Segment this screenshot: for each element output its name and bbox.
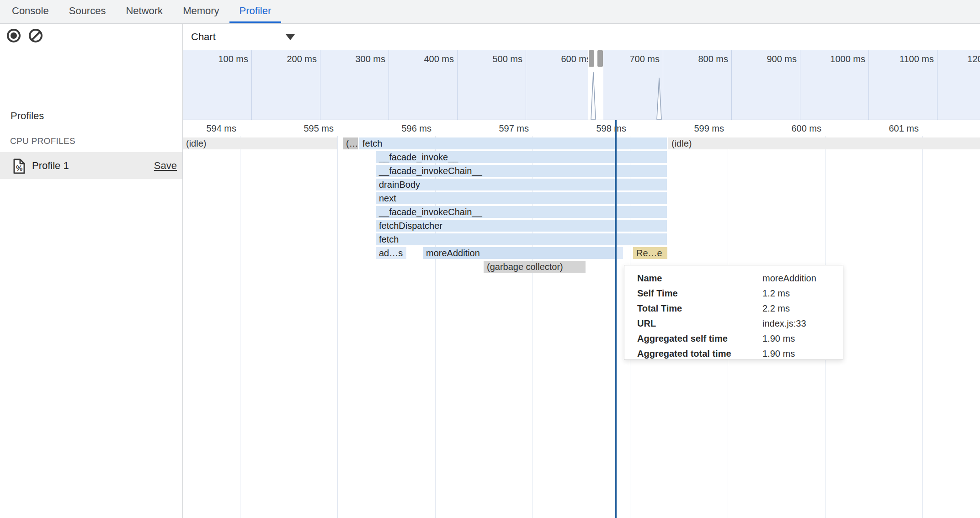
tooltip-value: moreAddition: [762, 271, 816, 286]
profiles-sidebar: Profiles CPU PROFILES % Profile 1 Save: [0, 50, 182, 518]
flame-bar-fetch-dispatcher[interactable]: fetchDispatcher: [376, 220, 667, 232]
tooltip-row: Total Time 2.2 ms: [624, 301, 843, 316]
clear-icon[interactable]: [29, 29, 43, 42]
profile-list-item[interactable]: % Profile 1 Save: [0, 152, 182, 179]
current-time-marker: [615, 120, 617, 518]
tooltip-label: Name: [624, 271, 762, 286]
chart-view-select-value: Chart: [191, 31, 216, 42]
flame-tick-label: 599 ms: [665, 123, 724, 134]
flame-bar-facade-invoke[interactable]: __facade_invoke__: [376, 151, 667, 163]
flame-bar-idle[interactable]: (idle): [183, 137, 337, 149]
flame-tick-label: 596 ms: [372, 123, 431, 134]
flame-bar-response[interactable]: Re…e: [633, 247, 667, 259]
cpu-profiles-section-label: CPU PROFILES: [10, 136, 75, 146]
flame-bar-small[interactable]: [617, 247, 623, 259]
tooltip-row: Self Time 1.2 ms: [624, 286, 843, 301]
flame-bar-more-addition[interactable]: moreAddition: [423, 247, 616, 259]
tooltip-label: URL: [624, 316, 762, 331]
flame-bar-facade-invoke-chain[interactable]: __facade_invokeChain__: [376, 206, 667, 218]
svg-text:%: %: [16, 164, 22, 172]
tooltip-value: 2.2 ms: [762, 301, 790, 316]
flame-bar-next[interactable]: next: [376, 192, 667, 204]
profiler-toolbar: Chart: [0, 24, 980, 50]
tooltip-label: Total Time: [624, 301, 762, 316]
tab-memory[interactable]: Memory: [173, 0, 229, 23]
flame-tick-label: 598 ms: [567, 123, 626, 134]
tooltip-row: URL index.js:33: [624, 316, 843, 331]
profile-name: Profile 1: [32, 152, 69, 179]
flame-tick-label: 601 ms: [859, 123, 919, 134]
flame-gridline: [240, 136, 240, 518]
flame-bar-idle[interactable]: (idle): [668, 137, 980, 149]
chart-view-select[interactable]: Chart: [191, 24, 305, 50]
chevron-down-icon: [286, 34, 295, 40]
frame-details-tooltip: Name moreAddition Self Time 1.2 ms Total…: [624, 265, 843, 360]
flame-bar-additions[interactable]: ad…s: [376, 247, 406, 259]
tab-profiler[interactable]: Profiler: [229, 0, 282, 23]
flame-gridline: [922, 136, 923, 518]
flame-bar-garbage-collector[interactable]: (garbage collector): [484, 261, 586, 273]
tooltip-value: 1.2 ms: [762, 286, 790, 301]
devtools-tab-bar: Console Sources Network Memory Profiler: [0, 0, 980, 24]
flame-bar-drain-body[interactable]: drainBody: [376, 179, 667, 190]
tab-sources[interactable]: Sources: [59, 0, 116, 23]
tooltip-row: Aggregated self time 1.90 ms: [624, 331, 843, 346]
cpu-activity-spike: [591, 72, 596, 119]
flame-tick-label: 597 ms: [469, 123, 529, 134]
cpu-activity-spike: [657, 78, 661, 119]
flame-bar-program[interactable]: (…: [343, 137, 358, 149]
tooltip-row: Name moreAddition: [624, 271, 843, 286]
flame-bar-facade-invoke-chain[interactable]: __facade_invokeChain__: [376, 165, 667, 177]
flame-bar-fetch[interactable]: fetch: [359, 137, 667, 149]
tooltip-label: Aggregated total time: [624, 346, 762, 361]
cpu-activity-chart: [183, 50, 980, 120]
flame-bar-fetch[interactable]: fetch: [376, 233, 667, 245]
profile-document-icon: %: [13, 159, 26, 176]
flame-chart[interactable]: 594 ms 595 ms 596 ms 597 ms 598 ms 599 m…: [183, 120, 980, 518]
flame-gridline: [337, 136, 338, 518]
flame-tick-label: 594 ms: [183, 123, 236, 134]
tab-network[interactable]: Network: [116, 0, 173, 23]
tooltip-value: 1.90 ms: [762, 331, 795, 346]
record-icon[interactable]: [7, 29, 21, 42]
tooltip-row: Aggregated total time 1.90 ms: [624, 346, 843, 361]
flame-tick-label: 595 ms: [274, 123, 334, 134]
tooltip-value: 1.90 ms: [762, 346, 795, 361]
flame-tick-label: 600 ms: [762, 123, 821, 134]
tooltip-value: index.js:33: [762, 316, 806, 331]
tab-console[interactable]: Console: [2, 0, 59, 23]
save-link[interactable]: Save: [154, 152, 177, 179]
tooltip-label: Self Time: [624, 286, 762, 301]
timeline-overview[interactable]: 100 ms 200 ms 300 ms 400 ms 500 ms 600 m…: [183, 50, 980, 120]
profiles-title: Profiles: [11, 110, 44, 122]
devtools-profiler-panel: Console Sources Network Memory Profiler …: [0, 0, 980, 518]
tooltip-label: Aggregated self time: [624, 331, 762, 346]
